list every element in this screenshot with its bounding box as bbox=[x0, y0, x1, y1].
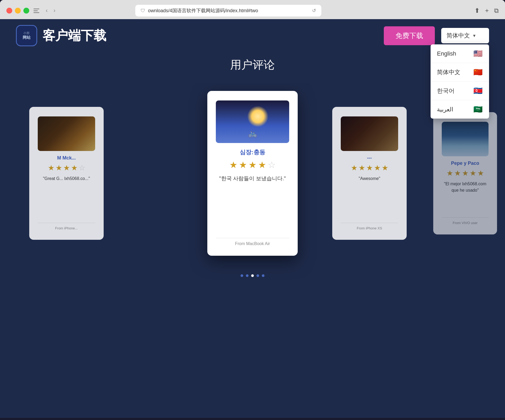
game-image-mmck bbox=[38, 116, 95, 151]
stars-center: ★ ★ ★ ★ ☆ bbox=[229, 159, 276, 170]
game-image-pepe bbox=[442, 122, 489, 156]
dot-4[interactable] bbox=[256, 274, 259, 277]
reviews-section: Chris Nichols ★ ★ ★ ★ ☆ "Hey,this is goo… bbox=[0, 83, 505, 298]
username-pepe: Pepe y Paco bbox=[451, 161, 479, 166]
language-option-chinese[interactable]: 简体中文 🇨🇳 bbox=[431, 63, 489, 82]
fullscreen-button[interactable] bbox=[23, 8, 29, 14]
reviews-track: Chris Nichols ★ ★ ★ ★ ☆ "Hey,this is goo… bbox=[0, 83, 505, 269]
username-center: 심장:충동 bbox=[240, 148, 265, 156]
language-option-korean[interactable]: 한국어 🇰🇵 bbox=[431, 82, 489, 100]
chevron-down-icon: ▾ bbox=[473, 33, 475, 39]
browser-controls: ‹ › bbox=[33, 7, 57, 15]
game-image-awesome bbox=[341, 116, 398, 151]
username-awesome: --- bbox=[367, 155, 372, 161]
review-text-pepe: "El mejor lxh5068.com que he usado" bbox=[442, 181, 489, 211]
language-label-arabic: العربية bbox=[437, 106, 453, 113]
shield-icon: 🛡 bbox=[141, 8, 145, 14]
review-card-mmck[interactable]: M Mck... ★ ★ ★ ★ ☆ "Great G... lxh5068.c… bbox=[29, 107, 104, 240]
device-mmck: From iPhone... bbox=[55, 226, 78, 230]
language-menu: English 🇺🇸 简体中文 🇨🇳 한국어 🇰🇵 العربية 🇸🇦 bbox=[431, 44, 489, 119]
language-label-chinese: 简体中文 bbox=[437, 68, 460, 76]
download-button[interactable]: 免费下载 bbox=[384, 26, 435, 45]
section-title: 用户评论 bbox=[0, 52, 505, 83]
header-right: 免费下载 简体中文 ▾ English 🇺🇸 简体中文 🇨🇳 한국어 bbox=[384, 26, 489, 45]
game-image-center bbox=[216, 100, 289, 143]
language-label-english: English bbox=[437, 50, 456, 57]
dot-1[interactable] bbox=[241, 274, 243, 277]
dot-3[interactable] bbox=[251, 274, 254, 277]
flag-cn: 🇨🇳 bbox=[473, 68, 483, 77]
divider-pepe bbox=[442, 217, 489, 218]
username-mmck: M Mck... bbox=[57, 155, 76, 161]
review-card-center[interactable]: 심장:충동 ★ ★ ★ ★ ☆ "한국 사람들이 보냈습니다." From Ma… bbox=[207, 91, 298, 256]
traffic-lights bbox=[6, 8, 29, 14]
divider-mmck bbox=[38, 223, 95, 223]
language-label-korean: 한국어 bbox=[437, 87, 454, 95]
minimize-button[interactable] bbox=[15, 8, 21, 14]
site-header: 小部 网站 客户端下载 免费下载 简体中文 ▾ English 🇺🇸 简体中文 bbox=[0, 19, 505, 52]
logo-text-mid: 网站 bbox=[23, 35, 31, 40]
back-button[interactable]: ‹ bbox=[45, 7, 49, 15]
new-tab-button[interactable]: + bbox=[485, 7, 489, 14]
language-dropdown[interactable]: 简体中文 ▾ English 🇺🇸 简体中文 🇨🇳 한국어 🇰🇵 bbox=[441, 28, 489, 43]
stars-awesome: ★ ★ ★ ★ ★ bbox=[351, 163, 388, 172]
reload-icon[interactable]: ↺ bbox=[312, 8, 316, 14]
browser-actions: ⬆ + ⧉ bbox=[474, 7, 499, 14]
language-current-label: 简体中文 bbox=[447, 32, 470, 40]
device-center: From MacBook Air bbox=[235, 241, 270, 246]
share-button[interactable]: ⬆ bbox=[474, 7, 480, 14]
review-text-awesome: "Awesome" bbox=[359, 175, 380, 216]
logo-text-top: 小部 bbox=[23, 31, 30, 35]
webpage: 小部 网站 客户端下载 免费下载 简体中文 ▾ English 🇺🇸 简体中文 bbox=[0, 19, 505, 418]
flag-us: 🇺🇸 bbox=[473, 49, 483, 58]
flag-sa: 🇸🇦 bbox=[473, 105, 483, 114]
review-card-awesome[interactable]: --- ★ ★ ★ ★ ★ "Awesome" From iPhone XS bbox=[332, 107, 407, 240]
address-bar[interactable]: 🛡 ownloads/4国语言软件下载网站源码/index.html#two ↺ bbox=[135, 5, 321, 16]
divider-center bbox=[216, 238, 289, 238]
logo-container: 小部 网站 客户端下载 bbox=[16, 25, 106, 46]
device-awesome: From iPhone XS bbox=[357, 226, 382, 230]
url-text: ownloads/4国语言软件下载网站源码/index.html#two bbox=[148, 7, 309, 14]
language-option-arabic[interactable]: العربية 🇸🇦 bbox=[431, 100, 489, 119]
title-bar: ‹ › 🛡 ownloads/4国语言软件下载网站源码/index.html#t… bbox=[0, 0, 505, 19]
flag-kp: 🇰🇵 bbox=[473, 86, 483, 95]
carousel-dots bbox=[0, 269, 505, 277]
review-text-center: "한국 사람들이 보냈습니다." bbox=[219, 174, 286, 230]
dot-5[interactable] bbox=[262, 274, 264, 277]
dot-2[interactable] bbox=[246, 274, 249, 277]
sidebar-toggle[interactable] bbox=[33, 8, 41, 14]
review-text-mmck: "Great G... lxh5068.co..." bbox=[43, 175, 90, 216]
review-card-pepe[interactable]: Pepe y Paco ★ ★ ★ ★ ★ "El mejor lxh5068.… bbox=[433, 112, 497, 234]
browser-chrome: ‹ › 🛡 ownloads/4国语言软件下载网站源码/index.html#t… bbox=[0, 0, 505, 19]
device-pepe: From VIVO user bbox=[453, 221, 478, 225]
stars-mmck: ★ ★ ★ ★ ☆ bbox=[48, 163, 85, 172]
site-title: 客户端下载 bbox=[43, 27, 106, 44]
divider-awesome bbox=[341, 223, 398, 223]
stars-pepe: ★ ★ ★ ★ ★ bbox=[447, 169, 484, 178]
forward-button[interactable]: › bbox=[52, 7, 56, 15]
tab-overview-button[interactable]: ⧉ bbox=[494, 7, 499, 14]
close-button[interactable] bbox=[6, 8, 12, 14]
language-option-english[interactable]: English 🇺🇸 bbox=[431, 44, 489, 63]
logo-badge: 小部 网站 bbox=[16, 25, 37, 46]
